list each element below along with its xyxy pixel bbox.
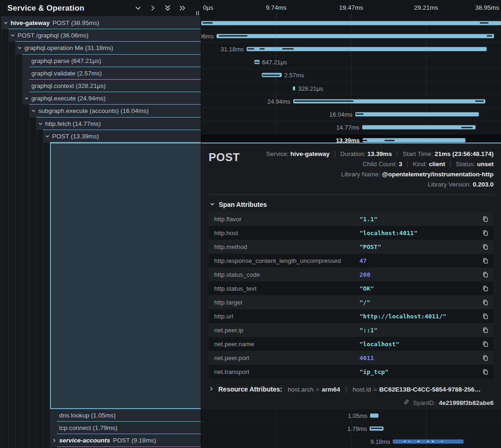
collapse-all-icon[interactable] xyxy=(163,4,172,12)
chevron-down-icon[interactable] xyxy=(44,134,51,139)
copy-glyph xyxy=(482,271,489,278)
timeline-ruler: 0μs9.74ms19.47ms29.21ms38.95ms xyxy=(201,0,501,17)
link-icon[interactable] xyxy=(403,398,410,407)
attr-key: net.peer.ip xyxy=(214,327,359,334)
span-bar[interactable] xyxy=(355,112,479,116)
span-row-separator xyxy=(29,67,201,67)
span-row[interactable]: graphql.execute (24.94ms) xyxy=(0,92,201,105)
copy-icon[interactable] xyxy=(482,285,489,292)
chevron-down-icon[interactable] xyxy=(17,45,23,50)
chevron-down-icon[interactable] xyxy=(10,33,16,38)
expand-one-icon[interactable] xyxy=(148,4,157,12)
span-row-separator xyxy=(15,41,201,42)
span-bar[interactable] xyxy=(362,125,476,130)
timeline-row[interactable]: 36.06ms xyxy=(201,30,501,43)
collapse-one-icon[interactable] xyxy=(134,4,142,12)
span-bar[interactable] xyxy=(293,99,485,103)
span-row[interactable]: POST (13.39ms) xyxy=(0,130,201,143)
span-attributes-section-header[interactable]: Span Attributes xyxy=(210,201,494,208)
copy-icon[interactable] xyxy=(482,355,489,361)
meta-separator xyxy=(407,161,408,167)
copy-icon[interactable] xyxy=(482,368,489,375)
timeline-row[interactable]: 31.18ms xyxy=(201,43,501,56)
chevron-down-icon[interactable] xyxy=(3,20,9,25)
attr-row: http.url"http://localhost:4011/" xyxy=(209,309,494,323)
timeline-row[interactable]: 2.57ms xyxy=(201,69,501,82)
span-bar[interactable] xyxy=(254,60,260,64)
timeline-row[interactable] xyxy=(201,17,501,30)
copy-icon[interactable] xyxy=(482,313,489,320)
span-row[interactable]: subgraph.execute (accounts) (16.04ms) xyxy=(0,105,201,117)
attr-row: net.peer.ip"::1" xyxy=(209,323,494,337)
span-row[interactable]: http.fetch (14.77ms) xyxy=(0,118,201,130)
tick-label: 0μs xyxy=(203,4,213,11)
span-bar[interactable] xyxy=(293,86,295,90)
timeline-row[interactable]: 13.39ms xyxy=(201,134,501,143)
span-row[interactable]: POST /graphql (36.06ms) xyxy=(0,29,201,42)
copy-icon[interactable] xyxy=(482,216,489,223)
span-row[interactable]: graphql.parse (647.21μs) xyxy=(0,55,201,67)
attr-value: "http://localhost:4011/" xyxy=(359,313,482,320)
span-bar[interactable] xyxy=(393,439,464,443)
copy-glyph xyxy=(482,368,489,375)
span-row[interactable]: service-accountsPOST (9.18ms) xyxy=(0,434,201,447)
timeline-row[interactable]: 647.21μs xyxy=(201,56,501,69)
span-row-separator xyxy=(29,92,201,92)
resource-key: host.arch xyxy=(288,386,314,393)
timeline-row[interactable]: 9.18ms xyxy=(201,435,501,448)
span-bar[interactable] xyxy=(262,73,282,77)
chevron-down-icon[interactable] xyxy=(31,108,37,113)
chevron-down-icon[interactable] xyxy=(24,96,30,101)
timeline-row[interactable]: 24.94ms xyxy=(201,95,501,108)
selected-span-block xyxy=(50,143,201,409)
meta-label: Library Name: xyxy=(341,171,382,178)
copy-icon[interactable] xyxy=(482,341,489,348)
span-row-separator xyxy=(8,29,201,29)
attr-key: http.flavor xyxy=(214,216,359,223)
attr-row: http.host"localhost:4011" xyxy=(209,226,494,240)
span-row[interactable]: graphql.validate (2.57ms) xyxy=(0,67,201,80)
timeline-row[interactable]: 1.79ms xyxy=(201,422,501,435)
span-attributes-table: http.flavor"1.1"http.host"localhost:4011… xyxy=(209,212,494,379)
indent-guide xyxy=(8,143,9,409)
timeline-row[interactable]: 328.21μs xyxy=(201,82,501,95)
panel-resize-handle[interactable] xyxy=(196,11,199,15)
span-bar[interactable] xyxy=(201,21,501,25)
resource-attributes-title: Resource Attributes: xyxy=(218,386,282,393)
chevron-glyph xyxy=(10,33,15,38)
self-time-notch xyxy=(363,140,367,141)
copy-icon[interactable] xyxy=(482,327,489,334)
timeline-row[interactable]: 14.77ms xyxy=(201,121,501,134)
timeline-row[interactable]: 1.05ms xyxy=(201,409,501,422)
copy-icon[interactable] xyxy=(482,299,489,306)
self-time-notch xyxy=(282,48,294,50)
attr-value: "1.1" xyxy=(359,216,482,223)
operation-label: graphql.operation Me (31.18ms) xyxy=(25,44,113,51)
copy-icon[interactable] xyxy=(482,271,489,278)
span-bar[interactable] xyxy=(363,138,466,143)
span-row-content: graphql.operation Me (31.18ms) xyxy=(15,42,201,54)
span-bar[interactable] xyxy=(370,426,383,430)
span-row[interactable]: graphql.operation Me (31.18ms) xyxy=(0,42,201,54)
span-duration-label: 9.18ms xyxy=(371,438,390,445)
span-bar[interactable] xyxy=(216,34,494,38)
span-row[interactable]: tcp.connect (1.79ms) xyxy=(0,422,201,434)
span-row[interactable]: dns.lookup (1.05ms) xyxy=(0,409,201,422)
tick-mark xyxy=(276,13,277,17)
copy-icon[interactable] xyxy=(482,243,489,250)
span-row-content: service-accountsPOST (9.18ms) xyxy=(50,434,201,447)
chevron-down-icon[interactable] xyxy=(37,121,44,126)
attr-key: http.response_content_length_uncompresse… xyxy=(214,257,359,264)
span-bar[interactable] xyxy=(247,47,487,51)
attr-value: "POST" xyxy=(359,243,482,250)
span-row[interactable]: graphql.context (328.21μs) xyxy=(0,80,201,92)
expand-all-icon[interactable] xyxy=(178,4,187,12)
tree-toolbar xyxy=(134,4,187,12)
resource-attributes-row[interactable]: Resource Attributes: host.arch=arm64host… xyxy=(209,386,494,393)
timeline-row[interactable]: 16.04ms xyxy=(201,108,501,121)
copy-icon[interactable] xyxy=(482,230,489,236)
span-bar[interactable] xyxy=(370,413,378,417)
chevron-right-icon[interactable] xyxy=(51,438,58,443)
span-row[interactable]: hive-gatewayPOST (38.95ms) xyxy=(0,17,201,29)
copy-icon[interactable] xyxy=(482,257,489,264)
